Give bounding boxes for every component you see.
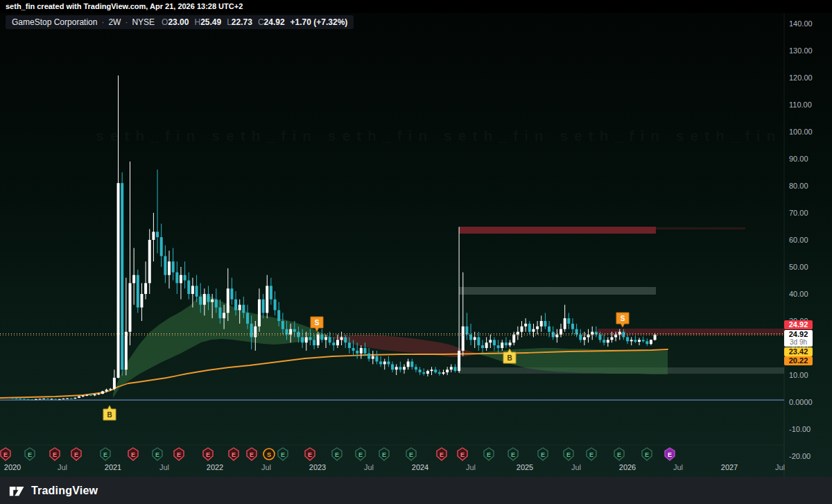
price-axis[interactable]: 140.00130.00120.00110.00100.0090.0080.00… (784, 0, 832, 477)
candle (434, 370, 437, 372)
candle (293, 329, 296, 332)
candle (645, 341, 648, 344)
candle (180, 275, 182, 284)
earnings-badge-green[interactable]: E (564, 448, 573, 460)
candle (497, 345, 500, 348)
svg-text:E: E (382, 451, 386, 458)
candle (140, 294, 143, 308)
earnings-badge-green[interactable]: E (356, 448, 365, 460)
time-axis[interactable]: 2020Jul2021Jul2022Jul2023Jul2024Jul2025J… (0, 462, 784, 474)
earnings-badge-green[interactable]: E (538, 448, 548, 460)
candle (42, 399, 45, 399)
candle (422, 372, 425, 374)
svg-text:E: E (358, 451, 363, 458)
earnings-badge-green[interactable]: E (484, 448, 494, 460)
tradingview-logo-icon[interactable] (9, 484, 25, 498)
svg-text:E: E (335, 451, 339, 458)
split-badge[interactable]: S (263, 449, 275, 460)
candle (501, 342, 503, 348)
earnings-badge-green[interactable]: E (101, 448, 110, 460)
earnings-badge-red[interactable]: E (437, 448, 447, 460)
candle (73, 398, 76, 399)
candle (367, 354, 370, 359)
candle (191, 286, 194, 294)
price-tick-label: 60.00 (789, 236, 808, 244)
candle (544, 321, 546, 327)
price-tick-label: 110.00 (789, 101, 812, 109)
earnings-badge-red[interactable]: E (247, 448, 257, 460)
candle (521, 327, 523, 332)
earnings-badge-green[interactable]: E (25, 448, 35, 460)
time-axis-label: Jul (58, 463, 67, 471)
earnings-badge-red[interactable]: E (203, 448, 213, 460)
earnings-badge-red[interactable]: E (229, 448, 239, 460)
candle (89, 395, 92, 396)
earnings-badge-green[interactable]: E (508, 448, 518, 460)
candle (58, 399, 61, 400)
candle (203, 294, 206, 305)
time-axis-label: 2023 (309, 463, 326, 471)
candle (218, 308, 221, 319)
footer-brand-text[interactable]: TradingView (31, 485, 98, 497)
earnings-badge-green[interactable]: E (332, 448, 342, 460)
time-axis-label: 2026 (619, 463, 636, 471)
earnings-badge-red[interactable]: E (50, 448, 60, 460)
earnings-badge-green[interactable]: E (153, 448, 162, 460)
interval-label: 2W (108, 17, 121, 27)
candle (230, 288, 233, 299)
candle (270, 286, 272, 299)
candle (340, 337, 343, 340)
chart-canvas[interactable]: EEEEEEEEEEESEEEEEEEEEEEEEEEEBSBS (0, 0, 832, 477)
candle (234, 299, 237, 311)
candle (571, 324, 574, 329)
candle (152, 232, 155, 240)
candle (113, 378, 116, 389)
svg-text:E: E (589, 451, 593, 458)
earnings-badge-green[interactable]: E (614, 448, 624, 460)
price-tick-label: 10.00 (789, 371, 808, 379)
sell-signal-label[interactable]: S (616, 313, 629, 327)
earnings-badge-green[interactable]: E (379, 448, 389, 460)
earnings-badge-green[interactable]: E (278, 448, 288, 460)
earnings-badge-red[interactable]: E (305, 448, 315, 460)
candle (172, 261, 175, 272)
svg-text:E: E (511, 451, 515, 458)
candle (395, 367, 398, 370)
candle (509, 342, 512, 345)
candle (548, 327, 551, 332)
earnings-badge-red[interactable]: E (1, 448, 10, 460)
price-tick-label: 0.0000 (789, 398, 813, 406)
legend-separator: · (101, 17, 104, 27)
candle (512, 335, 515, 343)
candle (148, 240, 151, 283)
candle (375, 356, 378, 362)
candle (583, 337, 586, 340)
candle (450, 367, 453, 370)
candle (360, 348, 363, 354)
candle (399, 367, 401, 370)
earnings-badge-green[interactable]: E (642, 448, 652, 460)
candle (105, 390, 108, 391)
candle (442, 372, 445, 374)
candle (78, 397, 80, 398)
symbol-legend[interactable]: GameStop Corporation · 2W · NYSE O23.00H… (6, 15, 354, 29)
earnings-badge-red[interactable]: E (128, 448, 138, 460)
attribution-text: seth_fin created with TradingView.com, A… (6, 2, 243, 10)
earnings-badge-red[interactable]: E (174, 448, 184, 460)
candle (344, 337, 347, 342)
earnings-badge-red[interactable]: E (458, 448, 467, 460)
candle (54, 399, 57, 399)
price-tick-label: 40.00 (789, 290, 808, 298)
earnings-badge-purple[interactable]: E (665, 448, 675, 460)
svg-text:E: E (281, 451, 285, 458)
svg-text:E: E (566, 451, 571, 458)
candle (46, 399, 49, 399)
candle (277, 310, 280, 321)
earnings-badge-green[interactable]: E (587, 448, 596, 460)
time-axis-label: Jul (159, 463, 169, 471)
earnings-badge-red[interactable]: E (71, 448, 81, 460)
candle (638, 340, 641, 342)
earnings-badge-green[interactable]: E (406, 448, 416, 460)
buy-signal-label[interactable]: B (103, 406, 116, 420)
candle (481, 345, 484, 348)
